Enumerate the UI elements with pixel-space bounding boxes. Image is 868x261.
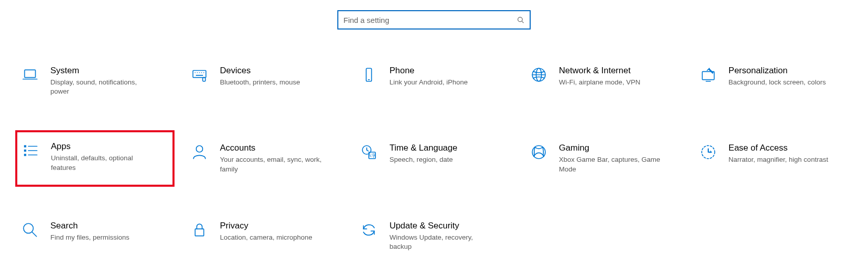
category-description: Link your Android, iPhone: [389, 78, 491, 87]
svg-rect-20: [24, 146, 26, 148]
svg-point-34: [23, 223, 33, 233]
category-title: Accounts: [220, 143, 322, 153]
search-input[interactable]: [343, 16, 517, 24]
svg-rect-36: [195, 229, 204, 236]
category-lock[interactable]: PrivacyLocation, camera, microphone: [185, 215, 344, 257]
category-description: Windows Update, recovery, backup: [389, 233, 491, 251]
category-description: Location, camera, microphone: [220, 233, 322, 242]
category-description: Uninstall, defaults, optional features: [51, 154, 153, 172]
category-description: Speech, region, date: [389, 155, 491, 164]
lock-icon: [190, 221, 209, 239]
category-search-big[interactable]: SearchFind my files, permissions: [15, 215, 175, 257]
category-update[interactable]: Update & SecurityWindows Update, recover…: [354, 215, 513, 257]
category-time-language[interactable]: A字Time & LanguageSpeech, region, date: [354, 137, 513, 179]
globe-icon: [530, 66, 548, 84]
category-title: Gaming: [559, 143, 661, 153]
category-title: System: [50, 66, 152, 76]
search-big-icon: [21, 221, 39, 239]
category-description: Wi-Fi, airplane mode, VPN: [559, 78, 661, 87]
category-description: Xbox Game Bar, captures, Game Mode: [559, 155, 661, 173]
apps-list-icon: [21, 141, 40, 160]
keyboard-icon: [190, 66, 209, 84]
category-title: Devices: [220, 66, 322, 76]
category-phone[interactable]: PhoneLink your Android, iPhone: [354, 60, 513, 102]
category-pen-monitor[interactable]: PersonalizationBackground, lock screen, …: [693, 60, 853, 102]
category-title: Apps: [51, 141, 153, 152]
phone-icon: [360, 66, 378, 84]
category-globe[interactable]: Network & InternetWi-Fi, airplane mode, …: [524, 60, 683, 102]
svg-rect-22: [24, 154, 26, 156]
category-keyboard[interactable]: DevicesBluetooth, printers, mouse: [185, 60, 344, 102]
category-laptop[interactable]: SystemDisplay, sound, notifications, pow…: [15, 60, 175, 102]
search-box[interactable]: [337, 10, 531, 30]
svg-line-35: [32, 232, 37, 237]
category-title: Search: [50, 221, 152, 231]
category-title: Personalization: [729, 66, 830, 76]
category-title: Update & Security: [389, 221, 491, 231]
time-language-icon: A字: [360, 143, 378, 161]
category-xbox[interactable]: GamingXbox Game Bar, captures, Game Mode: [524, 137, 683, 179]
svg-rect-21: [24, 150, 26, 152]
category-description: Background, lock screen, colors: [729, 78, 830, 87]
category-description: Narrator, magnifier, high contrast: [729, 155, 830, 164]
category-person[interactable]: AccountsYour accounts, email, sync, work…: [185, 137, 344, 179]
category-title: Phone: [389, 66, 491, 76]
pen-monitor-icon: [699, 66, 717, 84]
category-title: Network & Internet: [559, 66, 661, 76]
svg-point-0: [518, 17, 523, 21]
svg-point-26: [196, 146, 203, 153]
ease-access-icon: [699, 143, 717, 161]
category-title: Privacy: [220, 221, 322, 231]
category-ease-access[interactable]: Ease of AccessNarrator, magnifier, high …: [693, 137, 853, 179]
category-description: Bluetooth, printers, mouse: [220, 78, 322, 87]
svg-line-29: [367, 150, 368, 151]
category-title: Time & Language: [389, 143, 491, 153]
svg-line-1: [522, 21, 524, 23]
svg-rect-11: [203, 77, 206, 81]
svg-rect-2: [24, 70, 35, 77]
laptop-icon: [21, 66, 39, 84]
xbox-icon: [530, 143, 548, 161]
person-icon: [190, 143, 209, 161]
category-apps-list[interactable]: AppsUninstall, defaults, optional featur…: [15, 130, 175, 186]
category-description: Your accounts, email, sync, work, family: [220, 155, 322, 173]
category-description: Find my files, permissions: [50, 233, 152, 242]
svg-text:A字: A字: [368, 153, 376, 158]
search-icon: [517, 16, 525, 24]
svg-rect-4: [193, 71, 206, 78]
category-title: Ease of Access: [729, 143, 830, 153]
update-icon: [360, 221, 378, 239]
category-description: Display, sound, notifications, power: [50, 78, 152, 96]
